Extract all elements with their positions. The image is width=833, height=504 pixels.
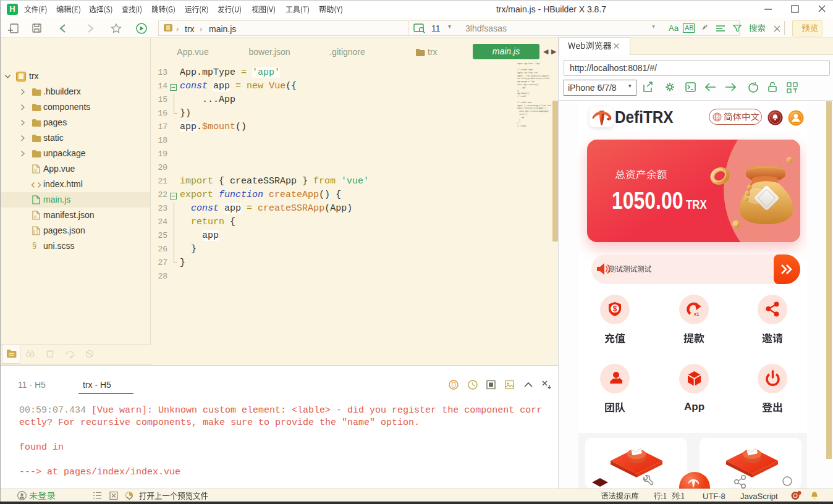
svg-text:Aa: Aa (669, 23, 679, 33)
svg-text:o: o (34, 214, 37, 219)
svg-text:AB: AB (685, 24, 694, 32)
svg-text:[ ]: [ ] (33, 229, 38, 235)
svg-text:$: $ (613, 304, 617, 313)
svg-text:x1: x1 (694, 311, 699, 317)
svg-text:V: V (34, 167, 38, 173)
